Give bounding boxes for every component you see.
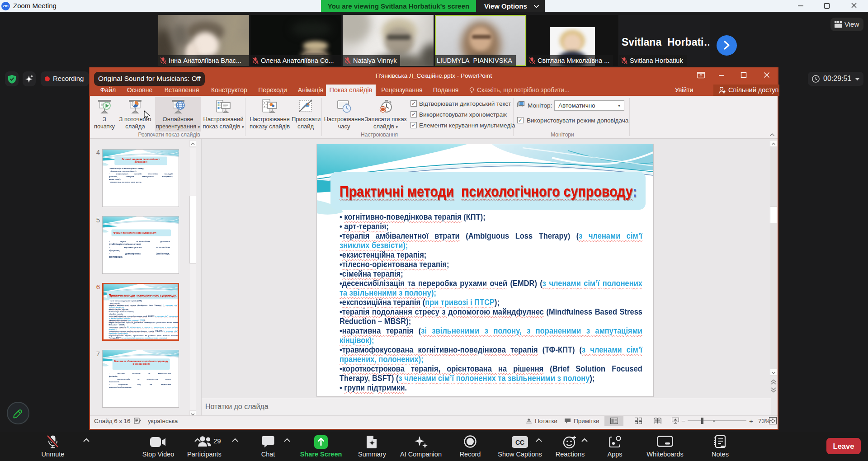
svg-text:CC: CC	[515, 439, 524, 446]
